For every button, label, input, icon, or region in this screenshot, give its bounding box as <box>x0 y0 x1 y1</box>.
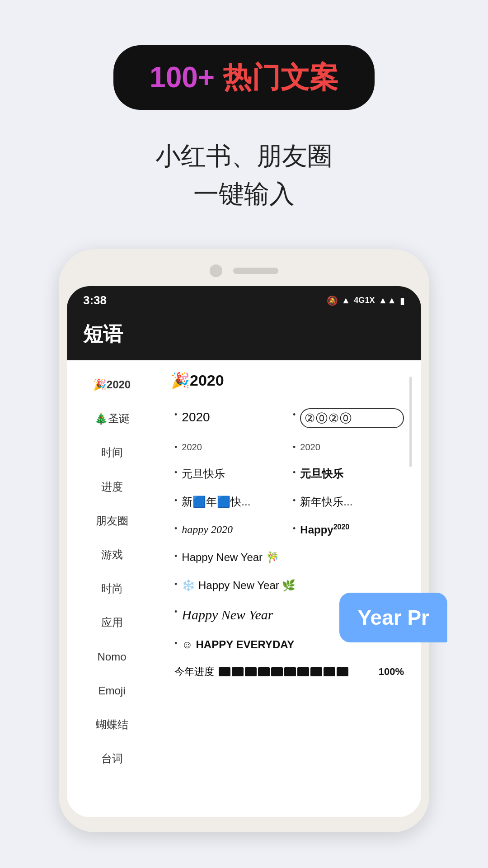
list-item[interactable]: • 2020 <box>171 402 289 434</box>
bullet-icon: • <box>174 468 177 477</box>
list-item[interactable]: • Happy New Year 🎋 <box>171 543 408 571</box>
status-icons: 🔕 ▲ 4G1X ▲▲ ▮ <box>327 295 405 306</box>
phone-frame: 3:38 🔕 ▲ 4G1X ▲▲ ▮ 短语 🎉2020 🎄圣诞 <box>59 249 429 832</box>
list-item[interactable]: • 元旦快乐 <box>171 460 289 488</box>
progress-block <box>271 667 283 676</box>
phone-speaker <box>233 268 278 274</box>
item-text: Happy New Year 🎋 <box>182 550 404 565</box>
bullet-icon: • <box>174 496 177 505</box>
item-text: 元旦快乐 <box>182 466 286 481</box>
item-text: 2020 <box>300 441 404 453</box>
item-text: ❄️ Happy New Year 🌿 <box>182 578 404 593</box>
app-content: 🎉2020 🎄圣诞 时间 进度 朋友圈 游戏 时尚 应用 Nomo Emoji … <box>67 360 421 817</box>
promo-badge-100: 100+ <box>150 61 223 94</box>
item-text: 新年快乐... <box>300 494 404 509</box>
phone-top-bar <box>67 257 421 286</box>
bullet-icon: • <box>293 468 296 477</box>
progress-percentage: 100% <box>379 666 404 678</box>
item-text: 2020 <box>182 441 286 453</box>
list-item[interactable]: • 2020 <box>289 434 408 460</box>
progress-bar-track <box>219 667 374 676</box>
bullet-icon: • <box>293 410 296 420</box>
item-text: Happy2020 <box>300 522 404 538</box>
sidebar-item-2020[interactable]: 🎉2020 <box>67 368 157 401</box>
phone-mockup: 3:38 🔕 ▲ 4G1X ▲▲ ▮ 短语 🎉2020 🎄圣诞 <box>59 249 429 832</box>
sidebar-item-time[interactable]: 时间 <box>67 435 157 469</box>
mute-icon: 🔕 <box>327 295 338 306</box>
bullet-icon: • <box>174 607 177 617</box>
promo-badge: 100+ 热门文案 <box>113 45 375 110</box>
bullet-icon: • <box>293 524 296 533</box>
list-item[interactable]: • 新年快乐... <box>289 488 408 516</box>
main-content: 🎉2020 • 2020 • ②⓪②⓪ • <box>157 360 421 817</box>
sidebar: 🎉2020 🎄圣诞 时间 进度 朋友圈 游戏 时尚 应用 Nomo Emoji … <box>67 360 157 817</box>
progress-block <box>258 667 270 676</box>
phone-camera <box>210 264 222 277</box>
bullet-icon: • <box>174 410 177 420</box>
list-item[interactable]: • ②⓪②⓪ <box>289 402 408 434</box>
app-title: 短语 <box>83 323 123 345</box>
progress-block <box>297 667 309 676</box>
item-text: 元旦快乐 <box>300 466 404 481</box>
network-icon: 4G1X <box>354 296 375 305</box>
scrollbar[interactable] <box>409 377 412 467</box>
bullet-icon: • <box>174 580 177 589</box>
item-text: ②⓪②⓪ <box>300 408 404 428</box>
progress-block <box>310 667 322 676</box>
list-item[interactable]: • happy 2020 <box>171 516 289 544</box>
progress-block <box>232 667 244 676</box>
bullet-icon: • <box>174 443 177 452</box>
list-item[interactable]: • 2020 <box>171 434 289 460</box>
item-text: happy 2020 <box>182 522 286 538</box>
sidebar-item-emoji[interactable]: Emoji <box>67 674 157 708</box>
sidebar-item-lines[interactable]: 台词 <box>67 741 157 775</box>
sidebar-item-friends[interactable]: 朋友圈 <box>67 504 157 538</box>
items-grid: • 2020 • ②⓪②⓪ • 2020 • <box>171 402 408 685</box>
item-text: 新🟦年🟦快... <box>182 494 286 509</box>
bullet-icon: • <box>174 552 177 561</box>
list-item[interactable]: • 新🟦年🟦快... <box>171 488 289 516</box>
status-bar: 3:38 🔕 ▲ 4G1X ▲▲ ▮ <box>67 286 421 312</box>
progress-block <box>219 667 230 676</box>
sidebar-item-progress[interactable]: 进度 <box>67 470 157 504</box>
progress-row: 今年进度 <box>171 659 408 685</box>
bullet-icon: • <box>293 443 296 452</box>
progress-block <box>324 667 335 676</box>
item-text: 2020 <box>182 408 286 426</box>
phone-screen: 3:38 🔕 ▲ 4G1X ▲▲ ▮ 短语 🎉2020 🎄圣诞 <box>67 286 421 817</box>
sidebar-item-bow[interactable]: 蝴蝶结 <box>67 708 157 741</box>
app-header: 短语 <box>67 312 421 360</box>
promo-section: 100+ 热门文案 小红书、朋友圈 一键输入 <box>0 0 488 240</box>
list-item[interactable]: • Happy2020 <box>289 516 408 544</box>
wifi-icon: ▲ <box>342 295 351 306</box>
category-title: 🎉2020 <box>171 371 408 389</box>
signal-icon: ▲▲ <box>378 295 396 306</box>
promo-subtitle: 小红书、朋友圈 一键输入 <box>155 137 333 213</box>
sidebar-item-apps[interactable]: 应用 <box>67 605 157 639</box>
bullet-icon: • <box>293 496 296 505</box>
sidebar-item-games[interactable]: 游戏 <box>67 538 157 571</box>
bullet-icon: • <box>174 639 177 648</box>
sidebar-item-christmas[interactable]: 🎄圣诞 <box>67 401 157 435</box>
battery-icon: ▮ <box>400 295 405 306</box>
speech-bubble: Year Pr <box>339 593 447 642</box>
promo-badge-text: 100+ 热门文案 <box>150 61 338 94</box>
sidebar-item-nomo[interactable]: Nomo <box>67 640 157 674</box>
list-item[interactable]: • 元旦快乐 <box>289 460 408 488</box>
progress-block <box>337 667 348 676</box>
promo-badge-hot: 热门文案 <box>223 61 338 94</box>
progress-block <box>284 667 296 676</box>
sidebar-item-fashion[interactable]: 时尚 <box>67 571 157 605</box>
progress-block <box>245 667 257 676</box>
bullet-icon: • <box>174 524 177 533</box>
progress-label-prefix: 今年进度 <box>174 665 214 679</box>
status-time: 3:38 <box>83 293 107 307</box>
